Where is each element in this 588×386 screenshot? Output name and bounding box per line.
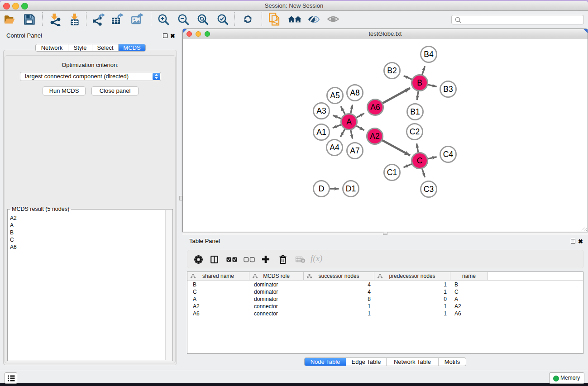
svg-text:A5: A5 — [330, 91, 339, 100]
svg-text:A4: A4 — [330, 143, 339, 152]
svg-text:C3: C3 — [424, 185, 434, 194]
svg-text:B1: B1 — [410, 107, 420, 116]
svg-text:B3: B3 — [443, 85, 453, 94]
svg-text:A1: A1 — [316, 128, 326, 137]
svg-text:D1: D1 — [346, 184, 356, 193]
svg-text:C2: C2 — [410, 127, 420, 136]
svg-text:B: B — [417, 78, 422, 87]
svg-text:D: D — [319, 184, 325, 193]
svg-text:C: C — [417, 156, 423, 165]
svg-text:A3: A3 — [316, 106, 326, 115]
svg-text:A2: A2 — [370, 132, 379, 141]
svg-text:B4: B4 — [424, 50, 434, 59]
svg-text:A8: A8 — [350, 88, 359, 97]
svg-text:A6: A6 — [370, 103, 380, 112]
svg-text:A: A — [346, 117, 352, 126]
svg-text:A7: A7 — [350, 146, 359, 155]
svg-text:B2: B2 — [387, 66, 397, 75]
svg-text:C4: C4 — [443, 150, 454, 159]
svg-text:C1: C1 — [387, 168, 397, 177]
